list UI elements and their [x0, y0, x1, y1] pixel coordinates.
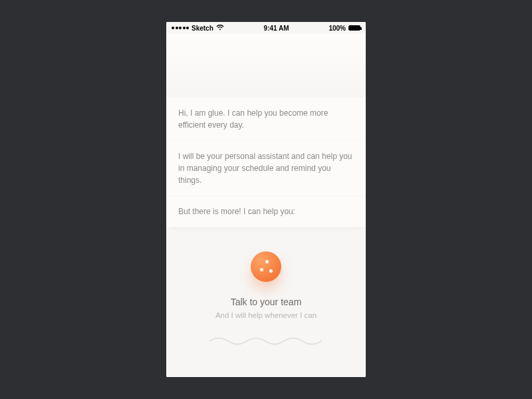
status-right: 100% — [329, 25, 360, 32]
message-text: But there is more! I can help you: — [178, 207, 295, 216]
message-card: But there is more! I can help you: — [166, 196, 366, 227]
battery-icon — [348, 25, 360, 31]
assistant-orb-icon[interactable] — [251, 251, 281, 282]
wifi-icon — [216, 25, 224, 32]
phone-frame: Sketch 9:41 AM 100% Hi, I am glue. I can… — [166, 22, 366, 377]
message-card: Hi, I am glue. I can help you become mor… — [166, 98, 366, 141]
clock: 9:41 AM — [264, 25, 289, 32]
message-text: I will be your personal assistant and ca… — [178, 152, 352, 185]
signal-dots-icon — [172, 27, 189, 29]
carrier-label: Sketch — [192, 25, 213, 32]
status-bar: Sketch 9:41 AM 100% — [166, 22, 366, 34]
message-card: I will be your personal assistant and ca… — [166, 141, 366, 196]
message-list: Hi, I am glue. I can help you become mor… — [166, 98, 366, 227]
battery-percent: 100% — [329, 25, 346, 32]
feature-section: Talk to your team And I will help whenev… — [166, 227, 366, 377]
header-spacer — [166, 34, 366, 98]
wave-divider-icon — [209, 336, 323, 346]
message-text: Hi, I am glue. I can help you become mor… — [178, 108, 328, 130]
status-left: Sketch — [172, 25, 224, 32]
feature-title: Talk to your team — [231, 297, 302, 307]
feature-subtitle: And I will help whenever I can — [215, 311, 317, 319]
